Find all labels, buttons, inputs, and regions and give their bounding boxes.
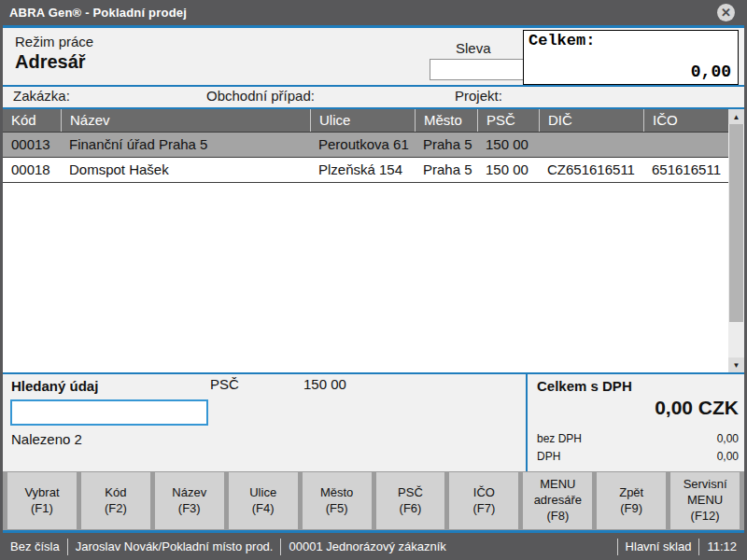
business-case-label: Obchodní případ: — [206, 88, 315, 104]
window-content: Režim práce Adresář Sleva Celkem: 0,00 Z… — [3, 25, 744, 560]
top-panel: Režim práce Adresář Sleva Celkem: 0,00 — [3, 28, 744, 85]
cell-nazev: Finanční úřad Praha 5 — [61, 133, 310, 157]
status-bar: Bez čísla Jaroslav Novák/Pokladní místo … — [3, 533, 744, 560]
table-header: Kód Název Ulice Město PSČ DIČ IČO — [3, 109, 728, 132]
table-body: 00013 Finanční úřad Praha 5 Peroutkova 6… — [3, 132, 728, 372]
cell-ulice: Peroutkova 61 — [310, 133, 415, 157]
column-header-ulice[interactable]: Ulice — [310, 109, 415, 132]
column-header-kod[interactable]: Kód — [3, 109, 61, 132]
title-bar: ABRA Gen® - Pokladní prodej ✕ — [0, 0, 747, 25]
app-window: ABRA Gen® - Pokladní prodej ✕ Režim prác… — [0, 0, 747, 560]
column-header-mesto[interactable]: Město — [415, 109, 477, 132]
column-header-psc[interactable]: PSČ — [477, 109, 539, 132]
column-header-ico[interactable]: IČO — [643, 109, 728, 132]
totals-without-vat-row: bez DPH 0,00 — [537, 432, 739, 445]
status-left-group: Bez čísla Jaroslav Novák/Pokladní místo … — [3, 533, 454, 560]
search-input[interactable] — [10, 399, 208, 426]
discount-label: Sleva — [456, 40, 491, 56]
project-label: Projekt: — [455, 88, 502, 104]
total-label: Celkem: — [529, 32, 595, 49]
name-button-f3[interactable]: Název (F3) — [155, 472, 224, 529]
column-header-dic[interactable]: DIČ — [539, 109, 643, 132]
search-field-label: PSČ — [210, 376, 239, 392]
search-label: Hledaný údaj — [11, 378, 98, 394]
search-field-value: 150 00 — [303, 376, 346, 392]
totals-title: Celkem s DPH — [537, 378, 632, 394]
bottom-panel: Hledaný údaj Nalezeno 2 PSČ 150 00 Celke… — [3, 374, 744, 471]
close-icon[interactable]: ✕ — [717, 4, 735, 21]
discount-input[interactable] — [430, 59, 528, 80]
cell-psc: 150 00 — [477, 158, 539, 182]
scroll-down-icon[interactable]: ▼ — [728, 357, 744, 372]
vertical-scrollbar[interactable]: ▲ ▼ — [728, 109, 744, 372]
cell-ico: 651616511 — [643, 158, 728, 182]
without-vat-value: 0,00 — [717, 432, 739, 445]
totals-panel: Celkem s DPH 0,00 CZK bez DPH 0,00 DPH 0… — [526, 374, 746, 471]
window-title: ABRA Gen® - Pokladní prodej — [0, 6, 187, 20]
zip-button-f6[interactable]: PSČ (F6) — [376, 472, 445, 529]
vat-value: 0,00 — [717, 450, 739, 463]
address-book-menu-button-f8[interactable]: MENU adresáře (F8) — [523, 472, 592, 529]
status-customer: 00001 Jednorázový zákazník — [281, 539, 453, 553]
cell-kod: 00013 — [3, 133, 61, 157]
cell-mesto: Praha 5 — [415, 158, 477, 182]
function-button-row: Vybrat (F1) Kód (F2) Název (F3) Ulice (F… — [3, 471, 744, 530]
totals-vat-row: DPH 0,00 — [537, 450, 739, 463]
status-user: Jaroslav Novák/Pokladní místo prod. — [68, 539, 281, 553]
table-row[interactable]: 00018 Domspot Hašek Plzeňská 154 Praha 5… — [3, 158, 728, 183]
vat-label: DPH — [537, 450, 560, 463]
city-button-f5[interactable]: Město (F5) — [303, 472, 372, 529]
back-button-f9[interactable]: Zpět (F9) — [597, 472, 666, 529]
cell-dic — [539, 133, 643, 157]
order-label: Zakázka: — [13, 88, 70, 104]
without-vat-label: bez DPH — [537, 432, 582, 445]
cell-kod: 00018 — [3, 158, 61, 182]
context-row: Zakázka: Obchodní případ: Projekt: — [3, 87, 744, 107]
scrollbar-thumb[interactable] — [729, 124, 743, 322]
table-row[interactable]: 00013 Finanční úřad Praha 5 Peroutkova 6… — [3, 132, 728, 158]
status-right-group: Hlavní sklad 11:12 — [617, 533, 744, 560]
totals-grand-total: 0,00 CZK — [655, 397, 739, 419]
column-header-nazev[interactable]: Název — [61, 109, 310, 132]
total-value: 0,00 — [691, 63, 731, 81]
status-clock: 11:12 — [699, 539, 744, 553]
service-menu-button-f12[interactable]: Servisní MENU (F12) — [670, 472, 740, 529]
cell-psc: 150 00 — [477, 133, 539, 157]
cell-ico — [643, 133, 728, 157]
select-button-f1[interactable]: Vybrat (F1) — [7, 472, 77, 529]
code-button-f2[interactable]: Kód (F2) — [81, 472, 150, 529]
cell-ulice: Plzeňská 154 — [310, 158, 415, 182]
ico-button-f7[interactable]: IČO (F7) — [449, 472, 518, 529]
status-warehouse: Hlavní sklad — [618, 539, 699, 553]
total-display: Celkem: 0,00 — [523, 30, 739, 85]
found-count: Nalezeno 2 — [11, 431, 82, 447]
street-button-f4[interactable]: Ulice (F4) — [229, 472, 298, 529]
work-mode-value: Adresář — [15, 51, 86, 73]
work-mode-label: Režim práce — [15, 34, 93, 49]
cell-mesto: Praha 5 — [415, 133, 477, 157]
cell-dic: CZ651616511 — [539, 158, 643, 182]
status-document-number: Bez čísla — [3, 539, 67, 553]
cell-nazev: Domspot Hašek — [61, 158, 310, 182]
scroll-up-icon[interactable]: ▲ — [728, 109, 744, 124]
